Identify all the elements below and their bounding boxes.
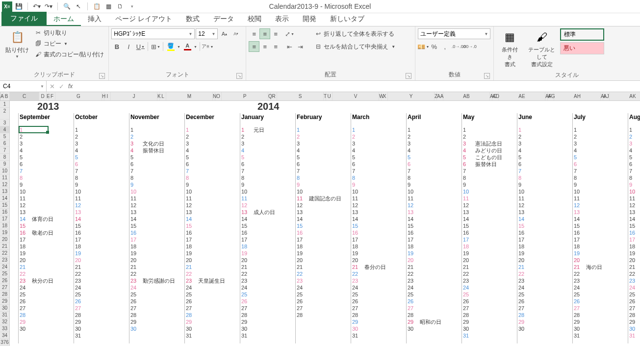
newdoc-icon[interactable]: 🗋	[116, 2, 125, 11]
day-cell[interactable]: 26	[518, 298, 524, 305]
day-cell[interactable]: 21	[297, 264, 303, 270]
day-cell[interactable]: 1	[186, 126, 189, 133]
day-cell[interactable]: 30	[352, 325, 358, 332]
day-cell[interactable]: 10	[518, 188, 524, 195]
day-cell[interactable]: 23	[629, 277, 635, 284]
day-cell[interactable]: 30	[130, 325, 136, 332]
undo-button[interactable]: ↶▾	[32, 2, 41, 11]
tab-新しいタブ[interactable]: 新しいタブ	[323, 13, 371, 26]
day-cell[interactable]: 16	[297, 229, 303, 236]
day-cell[interactable]: 27	[241, 305, 247, 312]
day-cell[interactable]: 1	[463, 126, 466, 133]
day-cell[interactable]: 12	[241, 202, 247, 209]
day-cell[interactable]: 20	[629, 257, 635, 264]
day-cell[interactable]: 16	[75, 229, 81, 236]
tab-数式[interactable]: 数式	[179, 13, 206, 26]
day-cell[interactable]: 4	[20, 147, 23, 154]
day-cell[interactable]: 31	[629, 332, 635, 339]
day-cell[interactable]: 19	[297, 250, 303, 257]
day-cell[interactable]: 18	[241, 243, 247, 250]
day-cell[interactable]: 11	[297, 195, 303, 202]
day-cell[interactable]: 29	[20, 318, 26, 325]
day-cell[interactable]: 6	[241, 161, 244, 168]
day-cell[interactable]: 24	[629, 284, 635, 291]
day-cell[interactable]: 21	[463, 264, 469, 270]
day-cell[interactable]: 28	[352, 312, 358, 318]
qat-customize[interactable]: ▾	[128, 2, 136, 11]
day-cell[interactable]: 27	[574, 305, 580, 312]
day-cell[interactable]: 15	[574, 222, 580, 229]
day-cell[interactable]: 30	[186, 325, 192, 332]
day-cell[interactable]: 4	[241, 147, 244, 154]
day-cell[interactable]: 19	[241, 250, 247, 257]
day-cell[interactable]: 14	[241, 216, 247, 222]
day-cell[interactable]: 27	[75, 305, 81, 312]
day-cell[interactable]: 18	[629, 243, 635, 250]
day-cell[interactable]: 7	[130, 168, 133, 174]
day-cell[interactable]: 29	[75, 318, 81, 325]
day-cell[interactable]: 2	[20, 133, 23, 140]
day-cell[interactable]: 17	[130, 236, 136, 243]
day-cell[interactable]: 3	[463, 140, 466, 147]
day-cell[interactable]: 14	[20, 216, 26, 222]
day-cell[interactable]: 21	[574, 264, 580, 270]
day-cell[interactable]: 28	[186, 312, 192, 318]
day-cell[interactable]: 14	[130, 216, 136, 222]
day-cell[interactable]: 5	[408, 154, 410, 161]
fill-handle[interactable]	[46, 131, 49, 134]
day-cell[interactable]: 27	[20, 305, 26, 312]
day-cell[interactable]: 12	[186, 202, 192, 209]
day-cell[interactable]: 14	[574, 216, 580, 222]
cursor-icon[interactable]: ↖	[74, 2, 83, 11]
day-cell[interactable]: 6	[408, 161, 410, 168]
day-cell[interactable]: 15	[518, 222, 524, 229]
day-cell[interactable]: 19	[518, 250, 524, 257]
tab-表示[interactable]: 表示	[268, 13, 296, 26]
day-cell[interactable]: 18	[518, 243, 524, 250]
day-cell[interactable]: 16	[408, 229, 413, 236]
day-cell[interactable]: 2	[629, 133, 632, 140]
day-cell[interactable]: 27	[130, 305, 136, 312]
day-cell[interactable]: 21	[186, 264, 192, 270]
day-cell[interactable]: 28	[241, 312, 247, 318]
align-dialog-launcher[interactable]: ↘	[406, 73, 411, 79]
day-cell[interactable]: 7	[75, 168, 78, 174]
day-cell[interactable]: 28	[408, 312, 413, 318]
day-cell[interactable]: 9	[20, 181, 23, 188]
day-cell[interactable]: 26	[574, 298, 580, 305]
day-cell[interactable]: 26	[352, 298, 358, 305]
day-cell[interactable]: 7	[241, 168, 244, 174]
increase-font-button[interactable]: A▴	[219, 28, 230, 39]
align-left-button[interactable]: ≡	[249, 41, 259, 52]
day-cell[interactable]: 1	[297, 126, 300, 133]
day-cell[interactable]: 19	[408, 250, 413, 257]
day-cell[interactable]: 11	[75, 195, 81, 202]
day-cell[interactable]: 9	[186, 181, 189, 188]
day-cell[interactable]: 17	[186, 236, 192, 243]
day-cell[interactable]: 29	[408, 318, 413, 325]
decrease-decimal-button[interactable]: .00→.0	[464, 41, 475, 52]
day-cell[interactable]: 13	[241, 209, 247, 216]
day-cell[interactable]: 20	[241, 257, 247, 264]
day-cell[interactable]: 25	[130, 291, 136, 298]
day-cell[interactable]: 3	[130, 140, 133, 147]
day-cell[interactable]: 1	[518, 126, 521, 133]
day-cell[interactable]: 13	[463, 209, 469, 216]
day-cell[interactable]: 15	[352, 222, 358, 229]
day-cell[interactable]: 13	[75, 209, 81, 216]
day-cell[interactable]: 19	[463, 250, 469, 257]
day-cell[interactable]: 7	[463, 168, 466, 174]
day-cell[interactable]: 8	[629, 174, 632, 181]
day-cell[interactable]: 5	[130, 154, 133, 161]
day-cell[interactable]: 15	[629, 222, 635, 229]
day-cell[interactable]: 13	[20, 209, 26, 216]
day-cell[interactable]: 3	[518, 140, 521, 147]
day-cell[interactable]: 22	[186, 270, 192, 277]
name-box[interactable]: C4▼	[0, 81, 47, 92]
day-cell[interactable]: 14	[75, 216, 81, 222]
day-cell[interactable]: 27	[518, 305, 524, 312]
day-cell[interactable]: 5	[241, 154, 244, 161]
day-cell[interactable]: 10	[574, 188, 580, 195]
day-cell[interactable]: 2	[408, 133, 410, 140]
day-cell[interactable]: 25	[629, 291, 635, 298]
